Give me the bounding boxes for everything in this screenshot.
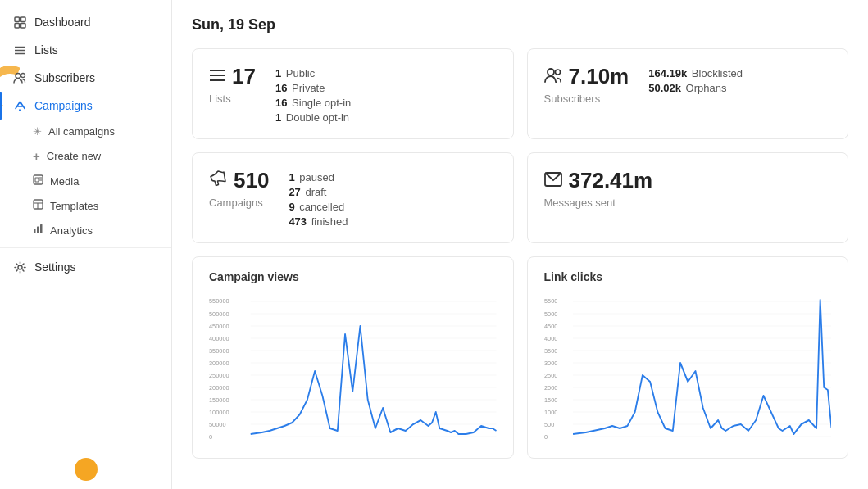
- sidebar-item-settings[interactable]: Settings: [0, 253, 171, 281]
- campaigns-detail-2: 9 cancelled: [289, 201, 348, 213]
- stat-card-messages: 372.41m Messages sent: [527, 152, 849, 243]
- create-new-icon: +: [33, 149, 40, 163]
- stat-value-subscribers: 7.10m: [544, 64, 629, 89]
- lists-detail-2: 16 Single opt-in: [275, 97, 351, 109]
- sidebar-sub-item-analytics-label: Analytics: [50, 224, 93, 237]
- sidebar: Dashboard Lists Subscribers Campaigns ✳ …: [0, 0, 172, 489]
- campaigns-detail-0: 1 paused: [289, 171, 348, 183]
- svg-text:2500: 2500: [544, 372, 557, 379]
- svg-text:400000: 400000: [209, 335, 229, 342]
- sidebar-item-subscribers[interactable]: Subscribers: [0, 64, 171, 92]
- subscribers-stat-icon: [544, 66, 562, 88]
- media-icon: [33, 174, 43, 188]
- svg-text:2000: 2000: [544, 384, 557, 392]
- campaigns-detail-3: 473 finished: [289, 215, 348, 228]
- svg-text:300000: 300000: [209, 360, 229, 367]
- chart-card-clicks: Link clicks 5500 5000 4500 4000 3500 300…: [527, 256, 849, 459]
- settings-icon: [13, 260, 26, 274]
- lists-stat-icon: [209, 66, 225, 88]
- lists-icon: [13, 43, 26, 57]
- svg-point-20: [18, 265, 22, 269]
- charts-row: Campaign views 550000 500000 450000 4000…: [192, 256, 848, 459]
- sidebar-item-campaigns[interactable]: Campaigns: [0, 92, 171, 120]
- chart-area-views: 550000 500000 450000 400000 350000 30000…: [209, 293, 497, 445]
- stat-main-subscribers: 7.10m Subscribers: [544, 64, 629, 105]
- svg-text:550000: 550000: [209, 297, 229, 305]
- lists-detail-1: 16 Private: [275, 82, 351, 94]
- subscribers-details: 164.19k Blocklisted 50.02k Orphans: [648, 64, 743, 94]
- stat-value-campaigns: 510: [209, 168, 269, 193]
- svg-text:4500: 4500: [544, 323, 557, 330]
- all-campaigns-icon: ✳: [33, 125, 42, 138]
- sidebar-sub-item-media-label: Media: [50, 175, 79, 188]
- messages-count: 372.41m: [569, 168, 653, 193]
- svg-text:500: 500: [544, 421, 554, 428]
- svg-text:1500: 1500: [544, 396, 557, 404]
- chart-line-clicks: [573, 300, 831, 434]
- lists-detail-0: 1 Public: [275, 67, 351, 79]
- svg-text:500000: 500000: [209, 310, 229, 318]
- stat-card-lists: 17 Lists 1 Public 16 Private 16 Single o…: [192, 48, 514, 139]
- chart-card-views: Campaign views 550000 500000 450000 4000…: [192, 256, 514, 459]
- sidebar-item-dashboard[interactable]: Dashboard: [0, 8, 171, 36]
- svg-text:4000: 4000: [544, 335, 557, 342]
- svg-rect-17: [34, 229, 36, 233]
- svg-rect-19: [40, 224, 43, 233]
- svg-text:5500: 5500: [544, 297, 557, 305]
- chart-line-views: [251, 326, 497, 434]
- subscribers-count: 7.10m: [569, 64, 629, 89]
- svg-text:5000: 5000: [544, 310, 557, 318]
- dashboard-icon: [13, 16, 26, 29]
- sidebar-sub-item-create-new[interactable]: + Create new: [0, 143, 171, 169]
- sidebar-sub-item-templates[interactable]: Templates: [0, 193, 171, 218]
- subscribers-detail-1: 50.02k Orphans: [648, 82, 743, 94]
- lists-detail-3: 1 Double opt-in: [275, 111, 351, 124]
- lists-count: 17: [232, 64, 256, 89]
- lists-label: Lists: [209, 93, 256, 105]
- svg-rect-0: [15, 17, 20, 22]
- stat-card-campaigns: 510 Campaigns 1 paused 27 draft 9 cancel…: [192, 152, 514, 243]
- subscribers-detail-0: 164.19k Blocklisted: [648, 67, 743, 79]
- svg-text:3000: 3000: [544, 360, 557, 367]
- svg-text:200000: 200000: [209, 384, 229, 392]
- subscribers-icon: [13, 71, 26, 84]
- svg-point-8: [21, 73, 25, 77]
- orange-circle-decoration: [75, 458, 98, 481]
- campaigns-stat-icon: [209, 170, 227, 192]
- sidebar-sub-item-analytics[interactable]: Analytics: [0, 218, 171, 242]
- svg-text:50000: 50000: [209, 421, 226, 428]
- analytics-icon: [33, 224, 43, 237]
- stats-row-2: 510 Campaigns 1 paused 27 draft 9 cancel…: [192, 152, 848, 243]
- chart-svg-views: 550000 500000 450000 400000 350000 30000…: [209, 293, 497, 445]
- chart-title-clicks: Link clicks: [544, 270, 832, 283]
- page-date: Sun, 19 Sep: [192, 16, 848, 34]
- svg-rect-1: [20, 17, 25, 22]
- chart-area-clicks: 5500 5000 4500 4000 3500 3000 2500 2000 …: [544, 293, 832, 445]
- svg-text:150000: 150000: [209, 396, 229, 404]
- sidebar-sub-item-all-campaigns-label: All campaigns: [48, 125, 115, 138]
- stat-main-campaigns: 510 Campaigns: [209, 168, 269, 209]
- campaigns-label: Campaigns: [209, 197, 269, 209]
- svg-text:100000: 100000: [209, 409, 229, 416]
- sidebar-sub-item-media[interactable]: Media: [0, 169, 171, 193]
- campaigns-details: 1 paused 27 draft 9 cancelled 473 finish…: [289, 168, 348, 228]
- sidebar-sub-item-all-campaigns[interactable]: ✳ All campaigns: [0, 120, 171, 143]
- svg-text:450000: 450000: [209, 323, 229, 330]
- stat-value-messages: 372.41m: [544, 168, 653, 193]
- svg-point-24: [548, 69, 554, 75]
- subscribers-label: Subscribers: [544, 93, 629, 105]
- sidebar-divider: [0, 247, 171, 248]
- svg-text:0: 0: [209, 433, 212, 441]
- svg-text:1000: 1000: [544, 409, 557, 416]
- sidebar-item-lists[interactable]: Lists: [0, 36, 171, 64]
- campaigns-detail-1: 27 draft: [289, 186, 348, 198]
- chart-title-views: Campaign views: [209, 270, 497, 283]
- svg-point-9: [19, 109, 21, 111]
- sidebar-sub-item-create-new-label: Create new: [47, 150, 101, 162]
- svg-rect-18: [37, 227, 39, 234]
- stat-main-messages: 372.41m Messages sent: [544, 168, 653, 209]
- sidebar-item-dashboard-label: Dashboard: [34, 16, 91, 29]
- svg-text:0: 0: [544, 433, 548, 441]
- campaigns-icon: [13, 99, 26, 112]
- stat-value-lists: 17: [209, 64, 256, 89]
